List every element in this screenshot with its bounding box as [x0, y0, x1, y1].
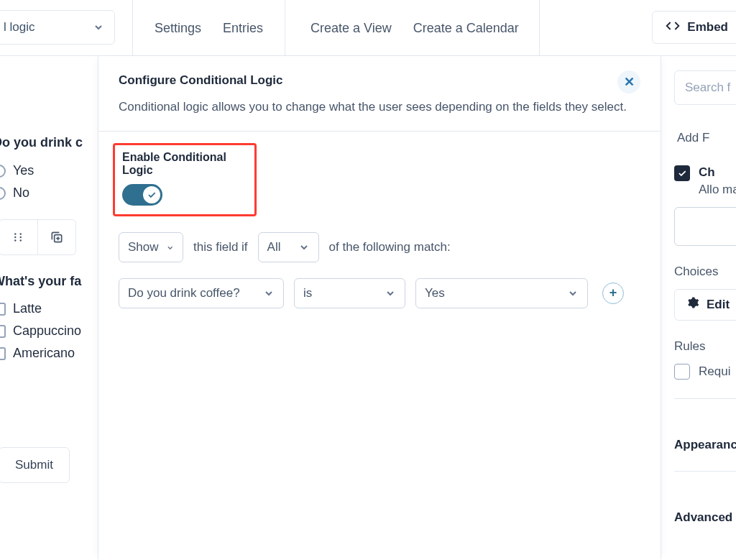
field-settings-sidebar: Search f Add F Ch Allo ma Choices Edit R…: [661, 56, 736, 559]
close-button[interactable]: ✕: [617, 70, 640, 93]
checkbox-option[interactable]: Latte: [0, 301, 98, 316]
enable-label: Enable Conditional Logic: [122, 151, 247, 177]
secondary-nav: Create a View Create a Calendar: [302, 0, 528, 56]
checkbox-icon: [0, 325, 6, 338]
chevron-down-icon: [385, 288, 396, 299]
divider: [539, 0, 540, 56]
drag-handle-button[interactable]: [0, 220, 38, 254]
gear-icon: [686, 296, 699, 313]
checkbox-icon: [0, 303, 6, 316]
required-checkbox-row[interactable]: Requi: [674, 364, 736, 380]
embed-button[interactable]: Embed: [652, 11, 736, 44]
rule-field-value: Do you drink coffee?: [128, 286, 240, 300]
question-2-label: What's your fa: [0, 274, 98, 289]
rule-operator-value: is: [303, 286, 312, 300]
conditional-logic-panel: Configure Conditional Logic Conditional …: [98, 56, 661, 559]
radio-label: No: [13, 185, 29, 201]
form-selector-label: l logic: [4, 20, 34, 35]
rule-value-value: Yes: [425, 286, 445, 300]
duplicate-button[interactable]: [38, 220, 76, 254]
svg-point-2: [14, 239, 16, 241]
nav-entries[interactable]: Entries: [223, 21, 263, 36]
edit-choices-button[interactable]: Edit: [674, 289, 736, 321]
close-icon: ✕: [624, 74, 635, 90]
rule-field-select[interactable]: Do you drink coffee?: [119, 278, 284, 308]
divider: [674, 398, 736, 399]
add-rule-button[interactable]: +: [602, 283, 624, 304]
logic-action-row: Show this field if All of the following …: [119, 232, 640, 262]
panel-title: Configure Conditional Logic: [119, 73, 640, 88]
action-select-value: Show: [128, 240, 159, 254]
divider: [674, 471, 736, 472]
panel-header: Configure Conditional Logic Conditional …: [98, 56, 661, 132]
edit-choices-label: Edit: [707, 298, 730, 312]
match-select-value: All: [267, 240, 281, 254]
search-placeholder: Search f: [685, 81, 730, 95]
search-input[interactable]: Search f: [674, 70, 736, 105]
topbar: l logic Settings Entries Create a View C…: [0, 0, 736, 56]
radio-option[interactable]: Yes: [0, 163, 98, 178]
nav-create-view[interactable]: Create a View: [310, 21, 392, 36]
chevron-down-icon: [166, 242, 174, 253]
required-label: Requi: [699, 364, 730, 379]
rule-operator-select[interactable]: is: [294, 278, 405, 308]
chevron-down-icon: [567, 288, 579, 299]
logic-rule-row: Do you drink coffee? is Yes +: [119, 278, 640, 308]
checkbox-option[interactable]: Cappuccino: [0, 323, 98, 339]
radio-icon: [0, 165, 6, 178]
radio-option[interactable]: No: [0, 185, 98, 201]
embed-label: Embed: [687, 20, 728, 35]
panel-description: Conditional logic allows you to change w…: [119, 98, 640, 116]
checkbox-option[interactable]: Americano: [0, 346, 98, 361]
action-select[interactable]: Show: [119, 232, 183, 262]
enable-toggle[interactable]: [122, 184, 162, 206]
static-text: this field if: [193, 240, 248, 254]
plus-icon: +: [610, 285, 617, 300]
match-select[interactable]: All: [258, 232, 319, 262]
sidebar-value-box[interactable]: [674, 207, 736, 246]
add-field-label: Add F: [677, 131, 736, 145]
question-1-label: Do you drink c: [0, 135, 98, 150]
submit-button[interactable]: Submit: [0, 447, 70, 483]
question-toolbar: [0, 219, 76, 255]
nav-create-calendar[interactable]: Create a Calendar: [413, 21, 519, 36]
code-icon: [666, 19, 680, 37]
checkbox-unchecked-icon: [674, 364, 690, 380]
nav-settings[interactable]: Settings: [155, 21, 201, 36]
rules-section-label: Rules: [674, 339, 736, 354]
checkbox-setting-row[interactable]: Ch Allo ma: [674, 165, 736, 198]
svg-point-5: [20, 239, 22, 241]
checkbox-icon: [0, 347, 6, 360]
svg-point-1: [14, 237, 16, 238]
svg-point-0: [14, 233, 16, 234]
chevron-down-icon: [298, 242, 310, 253]
svg-point-3: [20, 233, 22, 234]
svg-point-4: [20, 237, 22, 238]
advanced-section[interactable]: Advanced: [674, 510, 736, 525]
checkbox-setting-label: Ch: [699, 165, 736, 180]
choices-section-label: Choices: [674, 265, 736, 279]
checkbox-label: Americano: [13, 346, 75, 361]
checkbox-checked-icon: [674, 165, 690, 181]
static-text: of the following match:: [329, 240, 451, 254]
checkbox-label: Latte: [13, 301, 42, 316]
checkbox-label: Cappuccino: [13, 323, 81, 339]
primary-nav: Settings Entries: [132, 0, 285, 56]
toggle-knob: [143, 186, 160, 203]
radio-icon: [0, 187, 6, 200]
checkbox-setting-desc: Allo ma: [699, 181, 736, 198]
chevron-down-icon: [263, 288, 275, 299]
enable-highlight-box: Enable Conditional Logic: [113, 143, 257, 216]
appearance-section[interactable]: Appearance: [674, 438, 736, 452]
form-preview: Do you drink c Yes No What's your fa Lat…: [0, 56, 98, 559]
rule-value-select[interactable]: Yes: [415, 278, 588, 308]
form-selector-dropdown[interactable]: l logic: [0, 10, 115, 45]
radio-label: Yes: [13, 163, 34, 178]
chevron-down-icon: [93, 22, 104, 33]
